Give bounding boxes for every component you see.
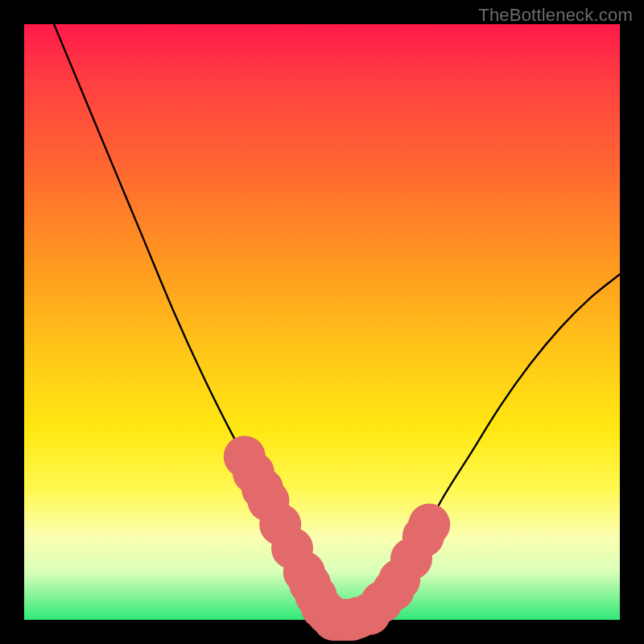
curve-dot xyxy=(408,504,450,546)
chart-plot-area xyxy=(24,24,620,620)
curve-dots xyxy=(224,436,450,641)
bottleneck-curve xyxy=(54,24,620,621)
chart-svg xyxy=(24,24,620,620)
watermark-text: TheBottleneck.com xyxy=(478,5,633,26)
